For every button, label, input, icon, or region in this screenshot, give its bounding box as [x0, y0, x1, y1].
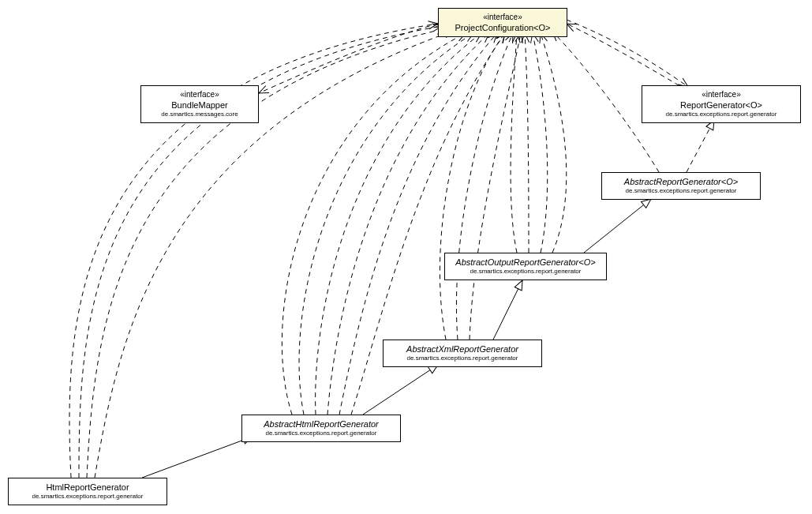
stereotype: «interface» — [148, 89, 252, 99]
node-bundle-mapper: «interface» BundleMapper de.smartics.mes… — [140, 85, 259, 123]
package: de.smartics.exceptions.report.generator — [390, 355, 535, 362]
class-name: ProjectConfiguration<O> — [445, 22, 560, 33]
node-abstract-xml-report-generator: AbstractXmlReportGenerator de.smartics.e… — [383, 340, 542, 367]
class-name: HtmlReportGenerator — [15, 482, 160, 493]
node-project-configuration: «interface» ProjectConfiguration<O> — [438, 8, 567, 37]
node-abstract-output-report-generator: AbstractOutputReportGenerator<O> de.smar… — [444, 253, 607, 280]
node-abstract-report-generator: AbstractReportGenerator<O> de.smartics.e… — [601, 172, 761, 200]
class-name: AbstractOutputReportGenerator<O> — [451, 257, 600, 268]
class-name: BundleMapper — [148, 99, 252, 111]
package: de.smartics.messages.core — [148, 111, 252, 118]
package: de.smartics.exceptions.report.generator — [15, 493, 160, 501]
package: de.smartics.exceptions.report.generator — [249, 430, 394, 437]
node-report-generator: «interface» ReportGenerator<O> de.smarti… — [642, 85, 801, 123]
package: de.smartics.exceptions.report.generator — [451, 268, 600, 276]
class-name: AbstractReportGenerator<O> — [608, 176, 754, 187]
node-html-report-generator: HtmlReportGenerator de.smartics.exceptio… — [8, 478, 167, 505]
class-name: AbstractHtmlReportGenerator — [249, 418, 394, 430]
package: de.smartics.exceptions.report.generator — [649, 111, 794, 118]
stereotype: «interface» — [649, 89, 794, 99]
class-name: AbstractXmlReportGenerator — [390, 343, 535, 355]
class-name: ReportGenerator<O> — [649, 99, 794, 111]
package: de.smartics.exceptions.report.generator — [608, 187, 754, 195]
uml-connections — [0, 0, 812, 514]
stereotype: «interface» — [445, 12, 560, 22]
node-abstract-html-report-generator: AbstractHtmlReportGenerator de.smartics.… — [241, 415, 401, 442]
